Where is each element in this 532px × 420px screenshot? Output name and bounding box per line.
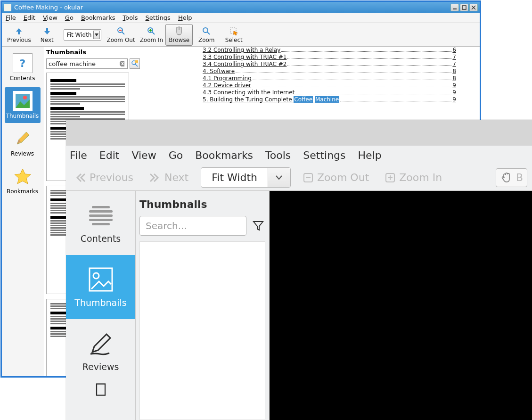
- close-button[interactable]: [469, 4, 478, 11]
- menu-help[interactable]: Help: [358, 149, 382, 161]
- menubar: File Edit View Go Bookmarks Tools Settin…: [2, 13, 480, 23]
- search-value: coffee machine: [49, 60, 119, 67]
- clear-icon[interactable]: [119, 60, 125, 67]
- toolbar-label: Zoom In: [399, 172, 442, 183]
- toolbar: Previous Next Fit Width Zoom Out Zoom In…: [66, 165, 532, 191]
- menu-settings[interactable]: Settings: [146, 14, 171, 21]
- titlebar[interactable]: Coffee Making - okular: [2, 2, 480, 13]
- toc-row[interactable]: 4.1 Programming8: [203, 75, 456, 82]
- titlebar[interactable]: [66, 120, 532, 146]
- zoom-level-value: Fit Width: [67, 32, 92, 38]
- toolbar-label: Next: [41, 37, 54, 43]
- select-icon: [229, 26, 238, 36]
- menu-go[interactable]: Go: [65, 14, 74, 21]
- sidebar-tab-reviews[interactable]: Reviews: [66, 319, 135, 383]
- menu-view[interactable]: View: [43, 14, 57, 21]
- toolbar-label: Select: [225, 37, 243, 43]
- arrow-down-icon: [42, 26, 52, 36]
- zoom-in-icon: [147, 26, 156, 36]
- sidebar-tab-reviews[interactable]: Reviews: [5, 125, 41, 161]
- menu-file[interactable]: File: [6, 14, 16, 21]
- menu-help[interactable]: Help: [178, 14, 192, 21]
- zoom-out-button[interactable]: Zoom Out: [104, 24, 137, 46]
- previous-button[interactable]: Previous: [5, 24, 33, 46]
- toc-row-highlighted[interactable]: 5. Building the Turing Complete Coffee M…: [203, 96, 456, 103]
- svg-point-17: [23, 96, 27, 99]
- toc-row[interactable]: 3.4 Controlling with TRIAC #27: [203, 61, 456, 68]
- minimize-button[interactable]: [450, 4, 459, 11]
- sidebar-tab-bookmarks[interactable]: Bookmarks: [5, 163, 41, 198]
- chevron-down-icon: [93, 31, 100, 39]
- plus-icon: [385, 173, 395, 183]
- thumbnail-search-input[interactable]: Search...: [139, 216, 246, 236]
- app-icon: [4, 4, 11, 11]
- toolbar-label: Previous: [7, 37, 31, 43]
- menu-view[interactable]: View: [131, 149, 156, 161]
- toc-row[interactable]: 4.2 Device driver9: [203, 82, 456, 89]
- zoom-tool-button[interactable]: Zoom: [193, 24, 220, 46]
- thumbnail-search-input[interactable]: coffee machine: [46, 58, 128, 69]
- panel-header: Thumbnails: [138, 196, 267, 216]
- document-view[interactable]: [270, 191, 532, 420]
- svg-line-5: [122, 32, 124, 34]
- toolbar-label: Zoom: [198, 37, 215, 43]
- menu-tools[interactable]: Tools: [123, 14, 138, 21]
- browse-button[interactable]: Browse: [165, 24, 193, 46]
- svg-line-13: [207, 32, 210, 34]
- svg-line-21: [135, 64, 138, 66]
- next-button[interactable]: Next: [33, 24, 61, 46]
- minus-icon: [303, 173, 313, 183]
- zoom-in-button[interactable]: Zoom In: [381, 169, 446, 186]
- svg-rect-35: [97, 384, 105, 395]
- toolbar-label: Previous: [90, 172, 133, 183]
- zoom-out-icon: [116, 26, 126, 36]
- sidebar-tab-bookmarks[interactable]: [66, 383, 135, 402]
- menu-edit[interactable]: Edit: [99, 149, 120, 161]
- sidebar-tabs: Contents Thumbnails Reviews: [66, 191, 136, 420]
- maximize-button[interactable]: [460, 4, 468, 11]
- pencil-icon: [88, 330, 114, 357]
- menu-edit[interactable]: Edit: [24, 14, 35, 21]
- menu-bookmarks[interactable]: Bookmarks: [81, 14, 115, 21]
- zoom-level-select[interactable]: Fit Width: [201, 167, 291, 188]
- select-button[interactable]: Select: [220, 24, 247, 46]
- mouse-icon: [174, 26, 184, 36]
- toolbar: Previous Next Fit Width Zoom Out Zoom In…: [2, 23, 480, 47]
- svg-point-34: [93, 273, 99, 279]
- zoom-out-button[interactable]: Zoom Out: [299, 169, 373, 186]
- svg-rect-22: [135, 60, 138, 63]
- sidebar-tab-label: Bookmarks: [7, 188, 38, 195]
- toc-row[interactable]: 3.3 Controlling with TRIAC #17: [203, 54, 456, 61]
- toc-row[interactable]: 4.3 Connecting with the Internet9: [203, 89, 456, 96]
- menu-file[interactable]: File: [70, 149, 87, 161]
- thumbnail-list[interactable]: [139, 241, 265, 420]
- menu-tools[interactable]: Tools: [265, 149, 291, 161]
- zoom-in-button[interactable]: Zoom In: [138, 24, 166, 46]
- thumbnails-panel: Thumbnails Search...: [136, 191, 270, 420]
- toolbar-label: Next: [164, 172, 188, 183]
- zoom-level-value: Fit Width: [201, 168, 268, 187]
- browse-button[interactable]: B: [496, 168, 527, 187]
- hand-icon: [500, 172, 512, 184]
- list-icon: [88, 202, 114, 229]
- image-icon: [88, 266, 114, 293]
- sidebar-tab-contents[interactable]: Contents: [66, 191, 135, 255]
- sidebar-tab-contents[interactable]: ? Contents: [5, 49, 41, 85]
- filter-button[interactable]: [130, 58, 140, 69]
- menu-settings[interactable]: Settings: [303, 149, 345, 161]
- sidebar-tab-thumbnails[interactable]: Thumbnails: [66, 255, 135, 319]
- window-title: Coffee Making - okular: [14, 4, 450, 11]
- help-icon: ?: [13, 53, 33, 73]
- toc-row[interactable]: 3.2 Controlling with a Relay6: [203, 47, 456, 54]
- menu-go[interactable]: Go: [169, 149, 183, 161]
- sidebar-tab-label: Contents: [81, 233, 121, 244]
- next-button[interactable]: Next: [146, 169, 192, 186]
- sidebar-tab-label: Reviews: [82, 362, 119, 372]
- sidebar-tab-label: Contents: [10, 75, 35, 82]
- toc-row[interactable]: 4. Software8: [203, 68, 456, 75]
- filter-button[interactable]: [251, 219, 265, 233]
- previous-button[interactable]: Previous: [71, 169, 137, 186]
- zoom-level-select[interactable]: Fit Width: [64, 29, 102, 41]
- menu-bookmarks[interactable]: Bookmarks: [195, 149, 253, 161]
- sidebar-tab-thumbnails[interactable]: Thumbnails: [5, 87, 41, 123]
